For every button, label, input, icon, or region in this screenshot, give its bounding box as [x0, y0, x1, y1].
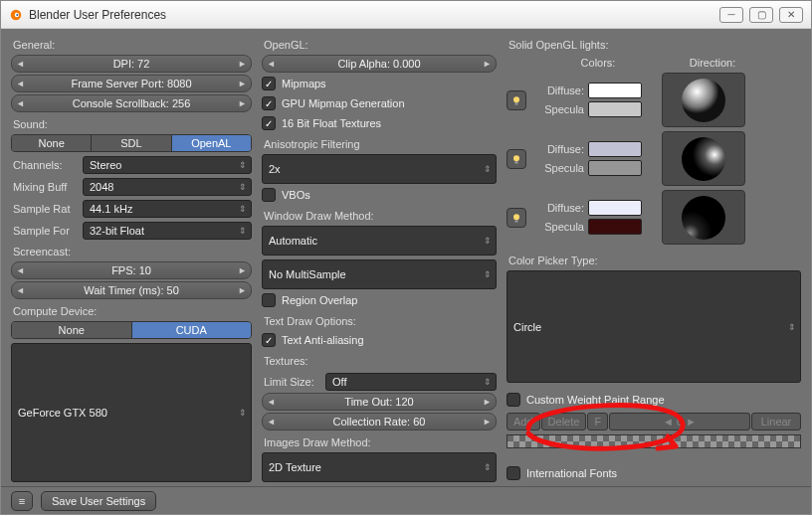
general-label: General: [13, 39, 252, 51]
svg-point-2 [16, 13, 18, 15]
dpi-field[interactable]: ◄DPI: 72► [11, 55, 252, 73]
weight-interp-dropdown[interactable]: Linear [751, 413, 801, 430]
light-1-direction-sphere[interactable] [662, 73, 745, 127]
svg-point-3 [513, 96, 519, 102]
light-1-specular-swatch[interactable] [588, 101, 642, 117]
vbos-checkbox[interactable] [262, 188, 276, 202]
region-overlap-label: Region Overlap [282, 294, 357, 306]
color-picker-type-label: Color Picker Type: [508, 255, 801, 266]
sample-rate-dropdown[interactable]: 44.1 kHz [83, 200, 252, 218]
light-1-toggle[interactable] [507, 90, 526, 110]
float16-label: 16 Bit Float Textures [282, 117, 381, 129]
svg-point-6 [513, 155, 519, 161]
compute-device-label: Compute Device: [13, 305, 252, 317]
light-2-specular-swatch[interactable] [588, 160, 642, 176]
mixing-buffer-label: Mixing Buff [11, 181, 79, 193]
light-3-toggle[interactable] [507, 208, 526, 228]
console-scrollback-field[interactable]: ◄Console Scrollback: 256► [11, 94, 252, 112]
custom-weight-paint-label: Custom Weight Paint Range [526, 394, 665, 406]
gpu-mipmap-label: GPU Mipmap Generation [282, 97, 405, 109]
svg-point-9 [513, 214, 519, 220]
light-2-diffuse-label: Diffuse: [532, 143, 584, 155]
international-fonts-label: International Fonts [526, 467, 617, 479]
titlebar: Blender User Preferences ─ ▢ ✕ [1, 1, 811, 29]
float16-checkbox[interactable] [262, 116, 276, 130]
svg-point-5 [682, 79, 725, 122]
weight-paint-controls: Add Delete F ◄0► Linear [507, 413, 801, 430]
maximize-button[interactable]: ▢ [749, 7, 773, 23]
timeout-field[interactable]: ◄Time Out: 120► [262, 393, 497, 411]
collection-rate-field[interactable]: ◄Collection Rate: 60► [262, 413, 497, 430]
light-2-specular-label: Specula [532, 162, 584, 174]
text-aa-label: Text Anti-aliasing [282, 334, 364, 346]
multisample-dropdown[interactable]: No MultiSample [262, 259, 497, 289]
light-1-diffuse-label: Diffuse: [532, 85, 584, 96]
compute-device-dropdown[interactable]: GeForce GTX 580 [11, 343, 252, 482]
screencast-fps-field[interactable]: ◄FPS: 10► [11, 261, 252, 279]
weight-add-button[interactable]: Add [507, 413, 540, 430]
preferences-window: Blender User Preferences ─ ▢ ✕ General: … [0, 0, 812, 515]
light-1-specular-label: Specula [532, 103, 584, 115]
sound-backend-toggle[interactable]: None SDL OpenAL [11, 134, 252, 152]
light-2-diffuse-swatch[interactable] [588, 141, 642, 157]
clip-alpha-field[interactable]: ◄Clip Alpha: 0.000► [262, 55, 497, 73]
mipmaps-checkbox[interactable] [262, 77, 276, 90]
light-1-row: Diffuse: Specula [507, 73, 801, 127]
menu-button[interactable]: ≡ [11, 491, 33, 511]
light-2-row: Diffuse: Specula [507, 131, 801, 186]
colors-header: Colors: [536, 57, 660, 69]
sound-openal[interactable]: OpenAL [172, 135, 251, 151]
sound-sdl[interactable]: SDL [92, 135, 171, 151]
region-overlap-checkbox[interactable] [262, 293, 276, 307]
international-fonts-checkbox[interactable] [507, 466, 520, 480]
mixing-buffer-dropdown[interactable]: 2048 [83, 178, 252, 196]
light-2-toggle[interactable] [507, 149, 526, 169]
sample-format-label: Sample For [11, 225, 79, 237]
close-button[interactable]: ✕ [779, 7, 803, 23]
gpu-mipmap-checkbox[interactable] [262, 96, 276, 110]
sample-rate-label: Sample Rat [11, 203, 79, 215]
menu-icon: ≡ [19, 495, 25, 507]
svg-rect-10 [515, 220, 518, 222]
textures-label: Textures: [264, 355, 497, 367]
compute-none[interactable]: None [12, 322, 132, 338]
light-1-diffuse-swatch[interactable] [588, 83, 642, 98]
light-3-diffuse-swatch[interactable] [588, 200, 642, 216]
screencast-label: Screencast: [13, 246, 252, 258]
weight-delete-button[interactable]: Delete [541, 413, 587, 430]
light-2-direction-sphere[interactable] [662, 131, 745, 186]
channels-label: Channels: [11, 159, 79, 171]
light-3-row: Diffuse: Specula [507, 190, 801, 245]
color-picker-dropdown[interactable]: Circle [507, 270, 801, 383]
opengl-label: OpenGL: [264, 39, 497, 51]
svg-rect-4 [515, 102, 518, 104]
limit-size-dropdown[interactable]: Off [325, 373, 497, 391]
minimize-button[interactable]: ─ [719, 7, 743, 23]
sound-none[interactable]: None [12, 135, 92, 151]
blender-logo-icon [9, 8, 23, 22]
svg-point-11 [682, 196, 725, 240]
light-3-diffuse-label: Diffuse: [532, 202, 584, 214]
text-aa-checkbox[interactable] [262, 333, 276, 347]
weight-f-button[interactable]: F [587, 413, 608, 430]
custom-weight-paint-checkbox[interactable] [507, 393, 520, 407]
images-draw-method-label: Images Draw Method: [264, 436, 497, 448]
channels-dropdown[interactable]: Stereo [83, 156, 252, 174]
sample-format-dropdown[interactable]: 32-bit Float [83, 222, 252, 240]
text-draw-options-label: Text Draw Options: [264, 315, 497, 327]
weight-paint-ramp[interactable] [507, 434, 801, 448]
window-draw-method-dropdown[interactable]: Automatic [262, 226, 497, 256]
light-3-specular-label: Specula [532, 221, 584, 233]
light-3-specular-swatch[interactable] [588, 219, 642, 235]
weight-pos-field[interactable]: ◄0► [609, 413, 750, 430]
light-3-direction-sphere[interactable] [662, 190, 745, 245]
window-draw-method-label: Window Draw Method: [264, 210, 497, 222]
save-user-settings-button[interactable]: Save User Settings [41, 491, 156, 511]
aniso-dropdown[interactable]: 2x [262, 154, 497, 184]
images-draw-method-dropdown[interactable]: 2D Texture [262, 452, 497, 482]
screencast-wait-field[interactable]: ◄Wait Timer (ms): 50► [11, 281, 252, 299]
frame-server-port-field[interactable]: ◄Frame Server Port: 8080► [11, 75, 252, 92]
compute-cuda[interactable]: CUDA [132, 322, 252, 338]
compute-device-toggle[interactable]: None CUDA [11, 321, 252, 339]
direction-header: Direction: [666, 57, 759, 69]
